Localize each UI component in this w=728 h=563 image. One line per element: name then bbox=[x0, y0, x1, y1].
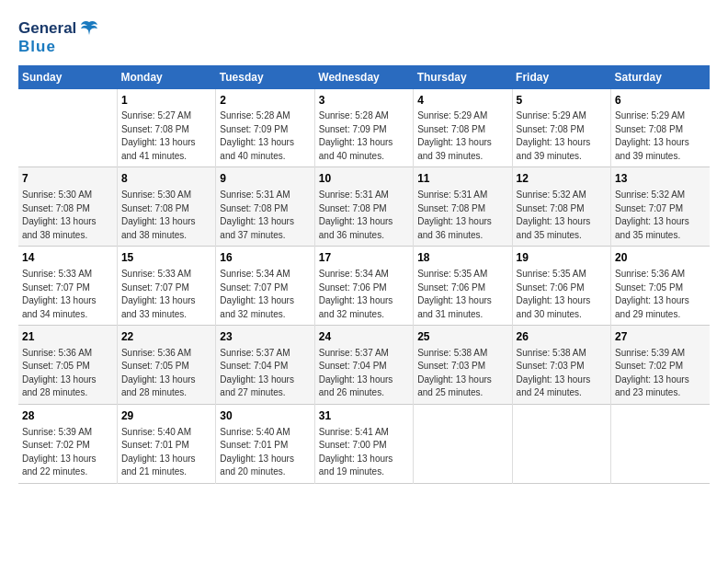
logo-bird-icon bbox=[79, 18, 99, 39]
day-info: Sunrise: 5:30 AMSunset: 7:08 PMDaylight:… bbox=[22, 189, 113, 242]
page-header: General Blue bbox=[18, 18, 710, 56]
day-info: Sunrise: 5:40 AMSunset: 7:01 PMDaylight:… bbox=[220, 426, 310, 479]
day-number: 10 bbox=[319, 171, 409, 187]
day-number: 12 bbox=[517, 171, 607, 187]
day-info: Sunrise: 5:33 AMSunset: 7:07 PMDaylight:… bbox=[121, 268, 211, 321]
day-info: Sunrise: 5:31 AMSunset: 7:08 PMDaylight:… bbox=[220, 189, 310, 242]
day-info: Sunrise: 5:36 AMSunset: 7:05 PMDaylight:… bbox=[615, 268, 706, 321]
day-header-friday: Friday bbox=[512, 65, 610, 89]
day-number: 9 bbox=[220, 171, 310, 187]
calendar-cell: 17Sunrise: 5:34 AMSunset: 7:06 PMDayligh… bbox=[314, 247, 413, 326]
calendar-cell bbox=[414, 404, 512, 483]
calendar-cell: 19Sunrise: 5:35 AMSunset: 7:06 PMDayligh… bbox=[512, 247, 610, 326]
day-number: 14 bbox=[22, 250, 113, 266]
calendar-cell: 3Sunrise: 5:28 AMSunset: 7:09 PMDaylight… bbox=[314, 89, 413, 167]
day-number: 1 bbox=[121, 93, 211, 109]
calendar-cell: 4Sunrise: 5:29 AMSunset: 7:08 PMDaylight… bbox=[414, 89, 512, 167]
day-number: 4 bbox=[417, 93, 507, 109]
day-info: Sunrise: 5:39 AMSunset: 7:02 PMDaylight:… bbox=[615, 347, 706, 400]
calendar-cell bbox=[18, 89, 117, 167]
calendar-cell: 1Sunrise: 5:27 AMSunset: 7:08 PMDaylight… bbox=[117, 89, 215, 167]
day-number: 11 bbox=[417, 171, 507, 187]
day-number: 27 bbox=[615, 329, 706, 345]
day-number: 7 bbox=[22, 171, 113, 187]
logo: General Blue bbox=[18, 18, 99, 56]
day-number: 5 bbox=[517, 93, 607, 109]
calendar-cell: 10Sunrise: 5:31 AMSunset: 7:08 PMDayligh… bbox=[314, 167, 413, 247]
day-info: Sunrise: 5:38 AMSunset: 7:03 PMDaylight:… bbox=[417, 347, 507, 400]
day-info: Sunrise: 5:36 AMSunset: 7:05 PMDaylight:… bbox=[22, 347, 113, 400]
logo-blue-text: Blue bbox=[18, 39, 99, 56]
day-header-sunday: Sunday bbox=[18, 65, 117, 89]
day-number: 6 bbox=[615, 93, 706, 109]
day-info: Sunrise: 5:32 AMSunset: 7:08 PMDaylight:… bbox=[517, 189, 607, 242]
calendar-cell: 9Sunrise: 5:31 AMSunset: 7:08 PMDaylight… bbox=[216, 167, 314, 247]
day-info: Sunrise: 5:27 AMSunset: 7:08 PMDaylight:… bbox=[121, 109, 211, 163]
calendar-cell: 31Sunrise: 5:41 AMSunset: 7:00 PMDayligh… bbox=[314, 404, 413, 483]
calendar-cell: 14Sunrise: 5:33 AMSunset: 7:07 PMDayligh… bbox=[18, 247, 117, 326]
day-info: Sunrise: 5:41 AMSunset: 7:00 PMDaylight:… bbox=[319, 426, 409, 479]
calendar-week-row: 14Sunrise: 5:33 AMSunset: 7:07 PMDayligh… bbox=[18, 247, 710, 326]
day-number: 18 bbox=[417, 250, 507, 266]
calendar-cell: 7Sunrise: 5:30 AMSunset: 7:08 PMDaylight… bbox=[18, 167, 117, 247]
day-number: 21 bbox=[22, 329, 113, 345]
calendar-cell: 18Sunrise: 5:35 AMSunset: 7:06 PMDayligh… bbox=[414, 247, 512, 326]
day-number: 8 bbox=[121, 171, 211, 187]
day-header-tuesday: Tuesday bbox=[216, 65, 314, 89]
day-number: 25 bbox=[417, 329, 507, 345]
calendar-cell: 25Sunrise: 5:38 AMSunset: 7:03 PMDayligh… bbox=[414, 326, 512, 405]
day-number: 22 bbox=[121, 329, 211, 345]
logo-general: General bbox=[18, 20, 76, 38]
day-number: 13 bbox=[615, 171, 706, 187]
calendar-cell: 12Sunrise: 5:32 AMSunset: 7:08 PMDayligh… bbox=[512, 167, 610, 247]
day-number: 29 bbox=[121, 408, 211, 424]
day-info: Sunrise: 5:31 AMSunset: 7:08 PMDaylight:… bbox=[417, 189, 507, 242]
day-header-wednesday: Wednesday bbox=[314, 65, 413, 89]
day-number: 17 bbox=[319, 250, 409, 266]
day-info: Sunrise: 5:36 AMSunset: 7:05 PMDaylight:… bbox=[121, 347, 211, 400]
calendar-cell bbox=[512, 404, 610, 483]
day-info: Sunrise: 5:37 AMSunset: 7:04 PMDaylight:… bbox=[319, 347, 409, 400]
calendar-cell: 20Sunrise: 5:36 AMSunset: 7:05 PMDayligh… bbox=[611, 247, 710, 326]
day-info: Sunrise: 5:37 AMSunset: 7:04 PMDaylight:… bbox=[220, 347, 310, 400]
calendar-cell: 24Sunrise: 5:37 AMSunset: 7:04 PMDayligh… bbox=[314, 326, 413, 405]
day-number: 16 bbox=[220, 250, 310, 266]
calendar-cell: 21Sunrise: 5:36 AMSunset: 7:05 PMDayligh… bbox=[18, 326, 117, 405]
day-info: Sunrise: 5:29 AMSunset: 7:08 PMDaylight:… bbox=[517, 109, 607, 163]
calendar-cell: 8Sunrise: 5:30 AMSunset: 7:08 PMDaylight… bbox=[117, 167, 215, 247]
calendar-cell: 15Sunrise: 5:33 AMSunset: 7:07 PMDayligh… bbox=[117, 247, 215, 326]
day-info: Sunrise: 5:40 AMSunset: 7:01 PMDaylight:… bbox=[121, 426, 211, 479]
day-info: Sunrise: 5:28 AMSunset: 7:09 PMDaylight:… bbox=[319, 109, 409, 163]
day-info: Sunrise: 5:32 AMSunset: 7:07 PMDaylight:… bbox=[615, 189, 706, 242]
calendar-cell: 30Sunrise: 5:40 AMSunset: 7:01 PMDayligh… bbox=[216, 404, 314, 483]
day-header-thursday: Thursday bbox=[414, 65, 512, 89]
calendar-week-row: 28Sunrise: 5:39 AMSunset: 7:02 PMDayligh… bbox=[18, 404, 710, 483]
day-number: 30 bbox=[220, 408, 310, 424]
day-info: Sunrise: 5:28 AMSunset: 7:09 PMDaylight:… bbox=[220, 109, 310, 163]
calendar-cell: 2Sunrise: 5:28 AMSunset: 7:09 PMDaylight… bbox=[216, 89, 314, 167]
day-info: Sunrise: 5:39 AMSunset: 7:02 PMDaylight:… bbox=[22, 426, 113, 479]
day-number: 2 bbox=[220, 93, 310, 109]
calendar-week-row: 7Sunrise: 5:30 AMSunset: 7:08 PMDaylight… bbox=[18, 167, 710, 247]
day-info: Sunrise: 5:35 AMSunset: 7:06 PMDaylight:… bbox=[417, 268, 507, 321]
calendar-week-row: 21Sunrise: 5:36 AMSunset: 7:05 PMDayligh… bbox=[18, 326, 710, 405]
calendar-cell: 23Sunrise: 5:37 AMSunset: 7:04 PMDayligh… bbox=[216, 326, 314, 405]
calendar-cell: 29Sunrise: 5:40 AMSunset: 7:01 PMDayligh… bbox=[117, 404, 215, 483]
day-info: Sunrise: 5:35 AMSunset: 7:06 PMDaylight:… bbox=[517, 268, 607, 321]
calendar-cell: 22Sunrise: 5:36 AMSunset: 7:05 PMDayligh… bbox=[117, 326, 215, 405]
day-number: 20 bbox=[615, 250, 706, 266]
day-info: Sunrise: 5:33 AMSunset: 7:07 PMDaylight:… bbox=[22, 268, 113, 321]
calendar-cell: 5Sunrise: 5:29 AMSunset: 7:08 PMDaylight… bbox=[512, 89, 610, 167]
day-info: Sunrise: 5:30 AMSunset: 7:08 PMDaylight:… bbox=[121, 189, 211, 242]
calendar-cell: 11Sunrise: 5:31 AMSunset: 7:08 PMDayligh… bbox=[414, 167, 512, 247]
day-info: Sunrise: 5:31 AMSunset: 7:08 PMDaylight:… bbox=[319, 189, 409, 242]
day-header-monday: Monday bbox=[117, 65, 215, 89]
calendar-cell: 16Sunrise: 5:34 AMSunset: 7:07 PMDayligh… bbox=[216, 247, 314, 326]
day-number: 15 bbox=[121, 250, 211, 266]
calendar-table: SundayMondayTuesdayWednesdayThursdayFrid… bbox=[18, 65, 710, 484]
day-info: Sunrise: 5:34 AMSunset: 7:07 PMDaylight:… bbox=[220, 268, 310, 321]
calendar-cell: 28Sunrise: 5:39 AMSunset: 7:02 PMDayligh… bbox=[18, 404, 117, 483]
day-number: 23 bbox=[220, 329, 310, 345]
calendar-cell: 27Sunrise: 5:39 AMSunset: 7:02 PMDayligh… bbox=[611, 326, 710, 405]
day-number: 31 bbox=[319, 408, 409, 424]
